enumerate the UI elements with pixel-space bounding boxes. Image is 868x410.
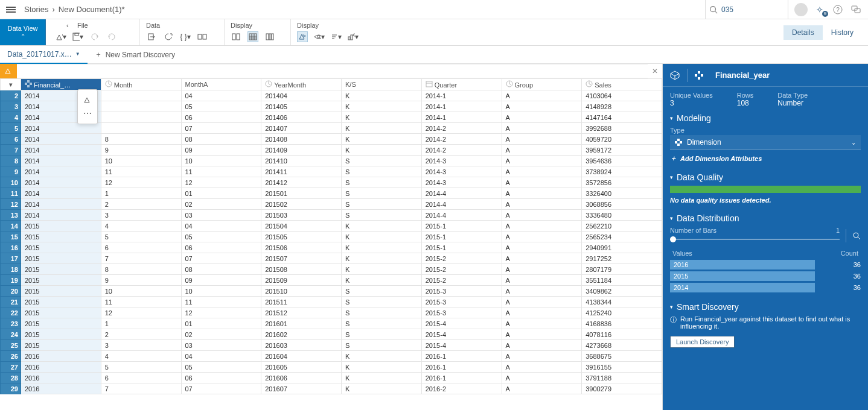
cell[interactable]: A <box>502 112 582 123</box>
dataset-tab[interactable]: Data_20171017.x… ▼ <box>0 46 88 64</box>
row-number[interactable]: 25 <box>1 340 21 351</box>
cell[interactable]: 4273668 <box>582 340 662 351</box>
cell[interactable]: 2015 <box>21 308 101 318</box>
col-header-YearMonth[interactable]: YearMonth <box>261 79 342 90</box>
cell[interactable]: 11 <box>181 166 261 177</box>
cell[interactable]: 05 <box>181 101 261 112</box>
row-number[interactable]: 23 <box>1 318 21 329</box>
more-actions-icon[interactable]: ⋯ <box>78 107 97 120</box>
row-number[interactable]: 16 <box>1 242 21 253</box>
cell[interactable]: 3 <box>101 340 181 351</box>
cell[interactable]: 4138344 <box>582 297 662 308</box>
cell[interactable]: 201405 <box>261 101 342 112</box>
cell[interactable]: S <box>342 166 422 177</box>
cell[interactable]: 2015-1 <box>421 242 502 253</box>
type-selector[interactable]: Dimension ⌄ <box>670 135 861 150</box>
cell[interactable]: 3409862 <box>582 286 662 297</box>
cell[interactable]: K <box>342 232 422 242</box>
row-number[interactable]: 26 <box>1 351 21 362</box>
cell[interactable]: 3572856 <box>582 177 662 188</box>
link-data-icon[interactable] <box>197 31 208 42</box>
cell[interactable]: 201512 <box>261 308 342 318</box>
cell[interactable]: 2014-2 <box>421 134 502 145</box>
cell[interactable]: 201407 <box>261 123 342 134</box>
row-number[interactable]: 10 <box>1 177 21 188</box>
breadcrumb-doc[interactable]: New Document(1)* <box>59 5 125 14</box>
cell[interactable]: 2015 <box>21 221 101 232</box>
new-smart-discovery-button[interactable]: ＋ New Smart Discovery <box>88 49 182 60</box>
details-tab[interactable]: Details <box>783 25 823 40</box>
cell[interactable]: 01 <box>181 318 261 329</box>
cell[interactable]: 2015 <box>21 340 101 351</box>
cell[interactable]: K <box>342 264 422 275</box>
row-number[interactable]: 8 <box>1 156 21 166</box>
search-distribution-icon[interactable] <box>852 232 861 240</box>
row-number[interactable]: 12 <box>1 199 21 210</box>
cell[interactable]: 3954636 <box>582 156 662 166</box>
launch-discovery-button[interactable]: Launch Discovery <box>670 336 735 348</box>
cell[interactable]: 201404 <box>261 90 342 101</box>
col-header-Quarter[interactable]: Quarter <box>421 79 502 90</box>
cell[interactable]: 2015 <box>21 253 101 264</box>
cell[interactable]: 07 <box>181 253 261 264</box>
cell[interactable]: A <box>502 156 582 166</box>
cell[interactable]: 4059720 <box>582 134 662 145</box>
cell[interactable]: 2016 <box>21 373 101 383</box>
cell[interactable]: 2015-3 <box>421 308 502 318</box>
cell[interactable]: A <box>502 275 582 286</box>
cell[interactable]: 3 <box>101 210 181 221</box>
refresh-icon[interactable] <box>163 31 174 42</box>
cell[interactable]: 201605 <box>261 362 342 373</box>
row-number[interactable]: 28 <box>1 373 21 383</box>
cell[interactable]: A <box>502 145 582 156</box>
cell[interactable]: 2014 <box>21 145 101 156</box>
menu-icon[interactable] <box>6 5 16 14</box>
cell[interactable]: 4 <box>101 351 181 362</box>
cell[interactable]: 2015 <box>21 329 101 340</box>
row-number[interactable]: 3 <box>1 101 21 112</box>
cell[interactable] <box>101 101 181 112</box>
row-number[interactable]: 19 <box>1 275 21 286</box>
distribution-row[interactable]: 2016 36 <box>670 260 861 270</box>
cell[interactable]: 3959172 <box>582 145 662 156</box>
cell[interactable]: 08 <box>181 264 261 275</box>
cell[interactable]: 2016 <box>21 362 101 373</box>
cell[interactable]: 2014 <box>21 123 101 134</box>
visibility-icon[interactable]: ▾ <box>314 31 325 42</box>
distribution-row[interactable]: 2014 36 <box>670 283 861 292</box>
col-header-MonthA[interactable]: MonthA <box>181 79 261 90</box>
cell[interactable]: 3336480 <box>582 210 662 221</box>
cell[interactable]: 2014 <box>21 134 101 145</box>
cell[interactable]: 2015-2 <box>421 264 502 275</box>
row-number[interactable]: 17 <box>1 253 21 264</box>
cell[interactable]: 2 <box>101 199 181 210</box>
cell[interactable]: 3791188 <box>582 373 662 383</box>
cell[interactable]: 201507 <box>261 253 342 264</box>
column-action-icon[interactable] <box>78 93 97 107</box>
cell[interactable]: 4168836 <box>582 318 662 329</box>
cell[interactable]: A <box>502 101 582 112</box>
cell[interactable]: 2015 <box>21 242 101 253</box>
recent-files-icon[interactable]: ▾ <box>56 31 66 42</box>
cell[interactable]: A <box>502 264 582 275</box>
cell[interactable]: 10 <box>101 156 181 166</box>
cell[interactable]: 2014 <box>21 199 101 210</box>
cell[interactable]: A <box>502 166 582 177</box>
cell[interactable]: A <box>502 242 582 253</box>
cell[interactable]: 7 <box>101 383 181 394</box>
row-number[interactable]: 7 <box>1 145 21 156</box>
cell[interactable]: 12 <box>101 308 181 318</box>
cell[interactable]: 201602 <box>261 329 342 340</box>
cell[interactable]: 8 <box>101 264 181 275</box>
col-header-Sales[interactable]: Sales <box>582 79 662 90</box>
cell[interactable]: 2014-4 <box>421 199 502 210</box>
cell[interactable]: 4148928 <box>582 101 662 112</box>
cell[interactable]: S <box>342 318 422 329</box>
cell[interactable]: 201501 <box>261 188 342 199</box>
export-icon[interactable] <box>146 31 157 42</box>
cell[interactable]: 10 <box>181 156 261 166</box>
bars-slider[interactable] <box>670 239 840 240</box>
formula-icon[interactable]: { }▾ <box>180 31 191 42</box>
cell[interactable]: 2016 <box>21 383 101 394</box>
cell[interactable]: A <box>502 177 582 188</box>
